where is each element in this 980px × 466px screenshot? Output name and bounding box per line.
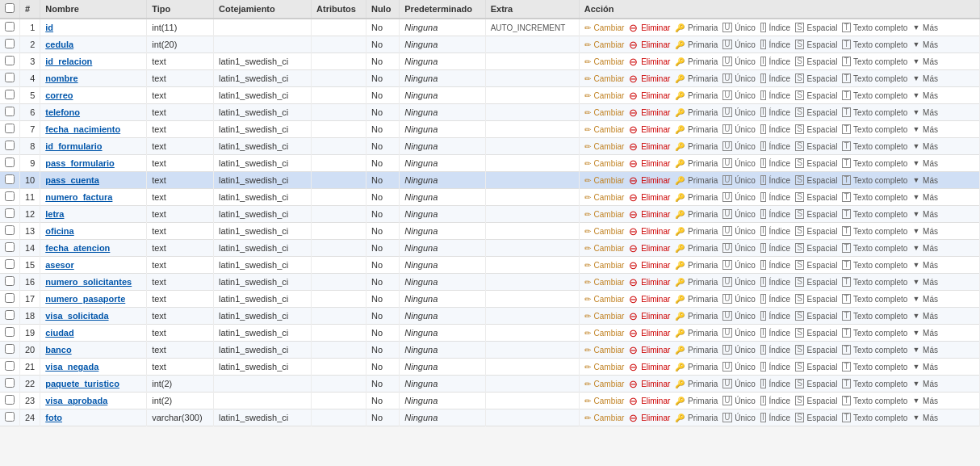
texto-completo-button[interactable]: T Texto completo	[842, 209, 907, 219]
unico-button[interactable]: U Único	[722, 345, 756, 355]
primaria-button[interactable]: 🔑 Primaria	[675, 91, 718, 100]
column-name[interactable]: foto	[40, 409, 147, 426]
eliminar-button[interactable]: ⊖ Eliminar	[629, 57, 670, 67]
texto-completo-button[interactable]: T Texto completo	[842, 107, 907, 117]
unico-button[interactable]: U Único	[722, 311, 756, 321]
texto-completo-button[interactable]: T Texto completo	[842, 226, 907, 236]
column-name-link[interactable]: ciudad	[45, 328, 73, 338]
mas-button[interactable]: ▼ Más	[912, 40, 938, 49]
unico-button[interactable]: U Único	[722, 90, 756, 100]
mas-button[interactable]: ▼ Más	[912, 278, 938, 287]
cambiar-button[interactable]: ✏ Cambiar	[584, 278, 625, 287]
indice-button[interactable]: I Índice	[760, 226, 790, 236]
mas-button[interactable]: ▼ Más	[912, 312, 938, 321]
espacial-button[interactable]: S Espacial	[795, 294, 837, 304]
column-name[interactable]: numero_solicitantes	[40, 274, 147, 291]
indice-button[interactable]: I Índice	[760, 40, 790, 49]
column-name-link[interactable]: visa_negada	[45, 362, 98, 372]
eliminar-button[interactable]: ⊖ Eliminar	[629, 73, 670, 84]
column-name[interactable]: visa_solicitada	[40, 308, 147, 325]
column-name-link[interactable]: pass_cuenta	[45, 175, 99, 185]
espacial-button[interactable]: S Espacial	[795, 226, 837, 236]
row-checkbox[interactable]	[5, 73, 15, 82]
texto-completo-button[interactable]: T Texto completo	[842, 158, 907, 168]
column-name[interactable]: telefono	[40, 104, 147, 121]
indice-button[interactable]: I Índice	[760, 328, 790, 338]
cambiar-button[interactable]: ✏ Cambiar	[584, 40, 625, 49]
primaria-button[interactable]: 🔑 Primaria	[675, 363, 718, 372]
primaria-button[interactable]: 🔑 Primaria	[675, 295, 718, 304]
mas-button[interactable]: ▼ Más	[912, 74, 938, 83]
texto-completo-button[interactable]: T Texto completo	[842, 328, 907, 338]
espacial-button[interactable]: S Espacial	[795, 107, 837, 117]
indice-button[interactable]: I Índice	[760, 379, 790, 388]
column-name-link[interactable]: fecha_atencion	[45, 243, 110, 253]
cambiar-button[interactable]: ✏ Cambiar	[584, 380, 625, 388]
mas-button[interactable]: ▼ Más	[912, 227, 938, 236]
eliminar-button[interactable]: ⊖ Eliminar	[629, 379, 670, 389]
eliminar-button[interactable]: ⊖ Eliminar	[629, 345, 670, 355]
eliminar-button[interactable]: ⊖ Eliminar	[629, 124, 670, 135]
primaria-button[interactable]: 🔑 Primaria	[675, 210, 718, 219]
primaria-button[interactable]: 🔑 Primaria	[675, 346, 718, 355]
espacial-button[interactable]: S Espacial	[795, 260, 837, 270]
column-name[interactable]: id_relacion	[40, 53, 147, 70]
eliminar-button[interactable]: ⊖ Eliminar	[629, 413, 670, 423]
texto-completo-button[interactable]: T Texto completo	[842, 311, 907, 321]
cambiar-button[interactable]: ✏ Cambiar	[584, 210, 625, 219]
primaria-button[interactable]: 🔑 Primaria	[675, 193, 718, 202]
cambiar-button[interactable]: ✏ Cambiar	[584, 363, 625, 372]
mas-button[interactable]: ▼ Más	[912, 329, 938, 338]
indice-button[interactable]: I Índice	[760, 107, 790, 117]
eliminar-button[interactable]: ⊖ Eliminar	[629, 141, 670, 152]
column-name-link[interactable]: numero_pasaporte	[45, 294, 125, 304]
select-all-checkbox[interactable]	[5, 3, 15, 13]
column-name[interactable]: banco	[40, 342, 147, 359]
row-checkbox[interactable]	[5, 310, 15, 320]
primaria-button[interactable]: 🔑 Primaria	[675, 380, 718, 388]
cambiar-button[interactable]: ✏ Cambiar	[584, 142, 625, 151]
cambiar-button[interactable]: ✏ Cambiar	[584, 261, 625, 270]
row-checkbox[interactable]	[5, 39, 15, 48]
column-name[interactable]: oficina	[40, 223, 147, 240]
eliminar-button[interactable]: ⊖ Eliminar	[629, 158, 670, 169]
texto-completo-button[interactable]: T Texto completo	[842, 73, 907, 83]
eliminar-button[interactable]: ⊖ Eliminar	[629, 260, 670, 271]
unico-button[interactable]: U Único	[722, 73, 756, 83]
texto-completo-button[interactable]: T Texto completo	[842, 124, 907, 134]
eliminar-button[interactable]: ⊖ Eliminar	[629, 209, 670, 220]
row-checkbox[interactable]	[5, 22, 15, 31]
cambiar-button[interactable]: ✏ Cambiar	[584, 176, 625, 185]
espacial-button[interactable]: S Espacial	[795, 311, 837, 321]
indice-button[interactable]: I Índice	[760, 311, 790, 321]
column-name-link[interactable]: id	[45, 23, 53, 32]
espacial-button[interactable]: S Espacial	[795, 57, 837, 66]
column-name[interactable]: pass_cuenta	[40, 172, 147, 189]
eliminar-button[interactable]: ⊖ Eliminar	[629, 107, 670, 118]
espacial-button[interactable]: S Espacial	[795, 362, 837, 372]
texto-completo-button[interactable]: T Texto completo	[842, 396, 907, 405]
cambiar-button[interactable]: ✏ Cambiar	[584, 159, 625, 168]
espacial-button[interactable]: S Espacial	[795, 328, 837, 338]
unico-button[interactable]: U Único	[722, 209, 756, 219]
unico-button[interactable]: U Único	[722, 379, 756, 388]
column-name[interactable]: nombre	[40, 70, 147, 87]
column-name-link[interactable]: fecha_nacimiento	[45, 124, 120, 134]
mas-button[interactable]: ▼ Más	[912, 210, 938, 219]
eliminar-button[interactable]: ⊖ Eliminar	[629, 90, 670, 101]
eliminar-button[interactable]: ⊖ Eliminar	[629, 328, 670, 338]
column-name-link[interactable]: id_relacion	[45, 57, 92, 66]
mas-button[interactable]: ▼ Más	[912, 244, 938, 253]
unico-button[interactable]: U Único	[722, 396, 756, 405]
primaria-button[interactable]: 🔑 Primaria	[675, 414, 718, 422]
primaria-button[interactable]: 🔑 Primaria	[675, 159, 718, 168]
column-name-link[interactable]: cedula	[45, 40, 73, 49]
cambiar-button[interactable]: ✏ Cambiar	[584, 57, 625, 66]
texto-completo-button[interactable]: T Texto completo	[842, 57, 907, 66]
espacial-button[interactable]: S Espacial	[795, 141, 837, 151]
indice-button[interactable]: I Índice	[760, 23, 790, 32]
unico-button[interactable]: U Único	[722, 277, 756, 287]
primaria-button[interactable]: 🔑 Primaria	[675, 176, 718, 185]
texto-completo-button[interactable]: T Texto completo	[842, 175, 907, 185]
row-checkbox[interactable]	[5, 107, 15, 116]
